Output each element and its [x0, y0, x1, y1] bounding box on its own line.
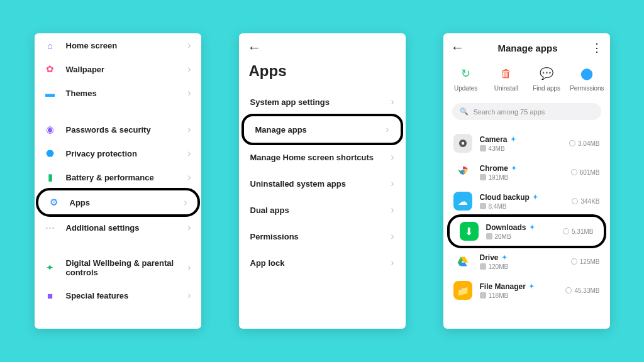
settings-item-privacy[interactable]: ⬣ Privacy protection › — [35, 141, 201, 165]
storage-icon — [572, 198, 578, 204]
trash-icon: 🗑 — [497, 65, 515, 82]
app-size: 45.33MB — [574, 287, 599, 294]
spacer — [35, 239, 201, 252]
memory-icon — [480, 145, 486, 151]
app-row-camera[interactable]: Camera✦ 43MB 3.04MB — [443, 129, 610, 158]
app-mem: 8.4MB — [489, 203, 507, 210]
chevron-right-icon: › — [187, 124, 191, 135]
settings-item-apps[interactable]: ⚙ Apps › — [36, 188, 200, 217]
memory-icon — [480, 174, 486, 180]
label: Digital Wellbeing & parental controls — [66, 258, 188, 277]
svg-rect-6 — [480, 174, 486, 180]
wellbeing-icon: ✦ — [45, 262, 56, 273]
search-placeholder: Search among 75 apps — [474, 108, 545, 116]
chevron-right-icon: › — [187, 172, 191, 183]
app-name: Drive — [480, 253, 499, 262]
app-row-drive[interactable]: Drive✦ 120MB 125MB — [443, 247, 610, 276]
status-dot-icon: ✦ — [529, 283, 534, 290]
svg-point-13 — [571, 259, 577, 265]
settings-item-wellbeing[interactable]: ✦ Digital Wellbeing & parental controls … — [35, 252, 201, 283]
status-dot-icon: ✦ — [502, 254, 507, 261]
permissions-icon: ⬤ — [578, 65, 596, 82]
settings-item-battery[interactable]: ▮ Battery & performance › — [35, 165, 201, 189]
brush-icon: ▬ — [45, 87, 56, 99]
apps-item-shortcuts[interactable]: Manage Home screen shortcuts › — [239, 144, 406, 170]
folder-icon: 📁 — [453, 281, 472, 300]
label: Find apps — [533, 85, 560, 92]
label: Wallpaper — [66, 65, 188, 74]
storage-icon — [571, 169, 577, 175]
svg-rect-2 — [480, 145, 486, 151]
label: Updates — [454, 85, 477, 92]
settings-item-wallpaper[interactable]: ✿ Wallpaper › — [35, 57, 201, 81]
action-find[interactable]: 💬 Find apps — [526, 65, 567, 92]
label: Home screen — [66, 41, 188, 50]
apps-item-uninstalled[interactable]: Uninstalled system apps › — [239, 170, 406, 197]
apps-item-manage[interactable]: Manage apps › — [242, 114, 403, 145]
settings-item-passwords[interactable]: ◉ Passwords & security › — [35, 118, 201, 141]
app-mem: 118MB — [489, 292, 509, 299]
chevron-right-icon: › — [187, 222, 191, 233]
action-updates[interactable]: ↻ Updates — [446, 65, 486, 92]
storage-icon — [571, 258, 577, 265]
app-row-downloads[interactable]: ⬇ Downloads✦ 20MB 5.31MB — [447, 214, 606, 248]
label: Apps — [70, 198, 184, 207]
label: Manage Home screen shortcuts — [250, 153, 391, 162]
battery-icon: ▮ — [45, 172, 56, 183]
app-name: Camera — [480, 135, 508, 144]
shield-icon: ⬣ — [45, 148, 56, 159]
search-input[interactable]: 🔍 Search among 75 apps — [452, 103, 601, 120]
drive-icon — [453, 252, 472, 271]
svg-point-15 — [566, 288, 572, 293]
memory-icon — [480, 292, 486, 299]
chevron-right-icon: › — [184, 197, 187, 208]
label: Manage apps — [255, 125, 386, 134]
manage-apps-screen: ← Manage apps ⋮ ↻ Updates 🗑 Uninstall 💬 … — [443, 33, 610, 329]
settings-item-special[interactable]: ■ Special features › — [35, 283, 201, 307]
app-size: 5.31MB — [572, 228, 593, 235]
svg-point-1 — [461, 142, 464, 145]
status-dot-icon: ✦ — [511, 136, 516, 143]
app-name: File Manager — [480, 282, 526, 291]
apps-item-dual[interactable]: Dual apps › — [239, 197, 406, 223]
label: Themes — [66, 89, 188, 98]
chevron-right-icon: › — [187, 40, 191, 51]
apps-item-system[interactable]: System app settings › — [239, 89, 406, 115]
settings-screen: ⌂ Home screen › ✿ Wallpaper › ▬ Themes ›… — [35, 33, 201, 329]
chevron-right-icon: › — [391, 257, 394, 268]
svg-rect-14 — [480, 292, 486, 299]
memory-icon — [480, 203, 486, 209]
overflow-menu-icon[interactable]: ⋮ — [591, 41, 602, 55]
storage-icon — [563, 228, 569, 234]
storage-icon — [565, 287, 572, 293]
chevron-right-icon: › — [391, 231, 394, 242]
label: Special features — [66, 291, 188, 300]
app-row-cloud[interactable]: ☁ Cloud backup✦ 8.4MB 344KB — [443, 187, 610, 216]
back-button[interactable]: ← — [451, 40, 465, 56]
app-row-chrome[interactable]: Chrome✦ 191MB 601MB — [443, 158, 610, 187]
gear-icon: ⚙ — [48, 197, 60, 208]
download-icon: ⬇ — [460, 222, 479, 241]
settings-item-home[interactable]: ⌂ Home screen › — [35, 33, 201, 57]
svg-rect-10 — [486, 233, 492, 239]
status-dot-icon: ✦ — [530, 224, 535, 231]
back-button[interactable]: ← — [248, 40, 262, 55]
app-mem: 20MB — [495, 233, 511, 240]
app-size: 3.04MB — [578, 140, 599, 147]
apps-item-lock[interactable]: App lock › — [239, 250, 406, 276]
storage-icon — [569, 140, 575, 146]
updates-icon: ↻ — [457, 65, 475, 82]
camera-icon — [453, 134, 472, 153]
app-mem: 43MB — [489, 145, 505, 152]
action-permissions[interactable]: ⬤ Permissions — [567, 65, 607, 92]
app-name: Downloads — [486, 223, 526, 232]
memory-icon — [480, 263, 486, 270]
svg-point-7 — [571, 170, 577, 175]
cloud-icon: ☁ — [453, 192, 472, 211]
settings-item-themes[interactable]: ▬ Themes › — [35, 81, 201, 105]
settings-item-additional[interactable]: ⋯ Additional settings › — [35, 216, 201, 239]
apps-item-permissions[interactable]: Permissions › — [239, 223, 406, 250]
action-uninstall[interactable]: 🗑 Uninstall — [486, 65, 526, 92]
label: Privacy protection — [66, 149, 188, 158]
app-row-filemanager[interactable]: 📁 File Manager✦ 118MB 45.33MB — [443, 276, 610, 305]
